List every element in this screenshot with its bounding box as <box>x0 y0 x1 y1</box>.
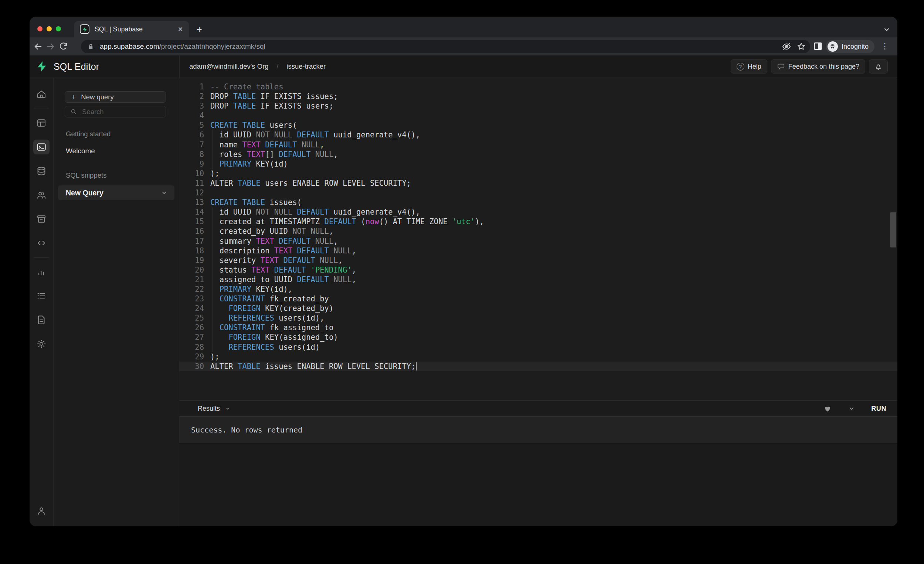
sidebar-item-api-docs[interactable] <box>33 313 50 327</box>
code-line[interactable]: 2DROP TABLE IF EXISTS issues; <box>179 91 897 101</box>
sidebar-item-new-query[interactable]: New Query <box>58 186 174 200</box>
editor-scrollbar[interactable] <box>890 212 896 247</box>
code-line[interactable]: 25 REFERENCES users(id), <box>179 313 897 323</box>
sql-editor-main: 1-- Create tables2DROP TABLE IF EXISTS i… <box>179 78 897 526</box>
search-input[interactable]: Search <box>64 106 166 117</box>
code-line[interactable]: 5CREATE TABLE users( <box>179 120 897 130</box>
run-options-chevron-icon[interactable] <box>848 404 856 413</box>
code-line[interactable]: 28 REFERENCES users(id) <box>179 343 897 352</box>
code-line[interactable]: 13CREATE TABLE issues( <box>179 197 897 207</box>
zoom-window-button[interactable] <box>56 26 61 31</box>
code-text: -- Create tables <box>210 82 283 91</box>
feedback-button[interactable]: Feedback on this page? <box>771 60 865 73</box>
code-line[interactable]: 18 description TEXT DEFAULT NULL, <box>179 246 897 256</box>
code-line[interactable]: 26 CONSTRAINT fk_assigned_to <box>179 323 897 332</box>
bookmark-star-icon[interactable] <box>796 41 807 52</box>
breadcrumb-org[interactable]: adam@windmill.dev's Org <box>189 63 269 70</box>
code-line[interactable]: 21 assigned_to UUID DEFAULT NULL, <box>179 275 897 284</box>
notifications-button[interactable] <box>869 60 888 73</box>
line-number: 12 <box>179 188 204 197</box>
line-number: 5 <box>179 120 204 130</box>
sidebar-item-home[interactable] <box>33 87 50 102</box>
code-line[interactable]: 29); <box>179 352 897 362</box>
run-button[interactable]: RUN <box>871 405 886 413</box>
browser-tab[interactable]: SQL | Supabase ✕ <box>74 21 189 37</box>
code-line[interactable]: 4 <box>179 111 897 120</box>
sidebar-item-edge-functions[interactable] <box>33 236 50 250</box>
forward-icon[interactable] <box>44 40 57 53</box>
line-number: 11 <box>179 178 204 188</box>
code-text: PRIMARY KEY(id) <box>210 159 288 169</box>
section-getting-started: Getting started <box>66 130 179 138</box>
breadcrumb-project[interactable]: issue-tracker <box>286 63 326 70</box>
new-tab-button[interactable]: + <box>193 23 205 35</box>
line-number: 19 <box>179 256 204 265</box>
help-button[interactable]: ? Help <box>731 60 767 73</box>
minimize-window-button[interactable] <box>46 26 52 31</box>
line-number: 14 <box>179 207 204 217</box>
code-line[interactable]: 10); <box>179 169 897 178</box>
speech-bubble-icon <box>777 63 785 70</box>
code-text: PRIMARY KEY(id), <box>210 284 292 294</box>
code-line[interactable]: 7 name TEXT DEFAULT NULL, <box>179 140 897 150</box>
code-line[interactable]: 17 summary TEXT DEFAULT NULL, <box>179 236 897 246</box>
sidebar-item-account[interactable] <box>33 503 50 518</box>
sidebar-item-authentication[interactable] <box>33 188 50 202</box>
code-line[interactable]: 8 roles TEXT[] DEFAULT NULL, <box>179 150 897 159</box>
code-line[interactable]: 6 id UUID NOT NULL DEFAULT uuid_generate… <box>179 130 897 140</box>
code-line[interactable]: 16 created_by UUID NOT NULL, <box>179 226 897 236</box>
tab-search-chevron-icon[interactable] <box>882 25 891 34</box>
code-line[interactable]: 20 status TEXT DEFAULT 'PENDING', <box>179 265 897 275</box>
code-line[interactable]: 22 PRIMARY KEY(id), <box>179 284 897 294</box>
sidebar-item-reports[interactable] <box>33 265 50 279</box>
sidebar-item-table-editor[interactable] <box>33 115 50 130</box>
code-line[interactable]: 14 id UUID NOT NULL DEFAULT uuid_generat… <box>179 207 897 217</box>
logs-icon <box>36 290 47 301</box>
close-window-button[interactable] <box>38 26 42 31</box>
results-dropdown[interactable]: Results <box>198 405 231 413</box>
code-line[interactable]: 27 FOREIGN KEY(assigned_to) <box>179 332 897 342</box>
sidebar-item-storage[interactable] <box>33 212 50 226</box>
address-bar[interactable]: app.supabase.com/project/azahtnhqohyjerz… <box>81 40 810 53</box>
code-line[interactable]: 19 severity TEXT DEFAULT NULL, <box>179 256 897 265</box>
app-header: SQL Editor adam@windmill.dev's Org / iss… <box>30 55 897 78</box>
code-line[interactable]: 23 CONSTRAINT fk_created_by <box>179 294 897 304</box>
favorite-heart-icon[interactable] <box>823 404 832 413</box>
sidebar-item-welcome[interactable]: Welcome <box>66 147 179 155</box>
sidebar-item-sql-editor[interactable] <box>33 140 50 154</box>
storage-icon <box>36 214 47 224</box>
browser-toolbar: app.supabase.com/project/azahtnhqohyjerz… <box>30 37 897 55</box>
code-line[interactable]: 15 created_at TIMESTAMPTZ DEFAULT (now()… <box>179 217 897 226</box>
code-text: severity TEXT DEFAULT NULL, <box>210 256 343 265</box>
code-line[interactable]: 12 <box>179 188 897 197</box>
sidebar-item-logs[interactable] <box>33 289 50 303</box>
code-editor[interactable]: 1-- Create tables2DROP TABLE IF EXISTS i… <box>179 78 897 400</box>
line-number: 2 <box>179 91 204 101</box>
code-line[interactable]: 11ALTER TABLE users ENABLE ROW LEVEL SEC… <box>179 178 897 188</box>
password-hidden-icon[interactable] <box>782 41 792 52</box>
tab-close-icon[interactable]: ✕ <box>175 24 186 34</box>
back-icon[interactable] <box>32 40 44 53</box>
new-query-button[interactable]: + New query <box>64 91 166 103</box>
side-panel-icon[interactable] <box>812 40 824 52</box>
search-placeholder: Search <box>82 108 104 116</box>
url-text: app.supabase.com/project/azahtnhqohyjerz… <box>100 42 266 51</box>
sidebar-item-project-settings[interactable] <box>33 337 50 351</box>
line-number: 17 <box>179 236 204 246</box>
code-text: ); <box>210 169 219 178</box>
code-text: REFERENCES users(id) <box>210 343 320 352</box>
lock-icon <box>87 43 94 51</box>
breadcrumb-separator: / <box>277 63 279 70</box>
line-number: 23 <box>179 294 204 304</box>
code-line[interactable]: 3DROP TABLE IF EXISTS users; <box>179 101 897 111</box>
sidebar-item-database[interactable] <box>33 164 50 178</box>
code-line[interactable]: 30ALTER TABLE issues ENABLE ROW LEVEL SE… <box>179 362 897 371</box>
code-line[interactable]: 24 FOREIGN KEY(created_by) <box>179 304 897 313</box>
authentication-icon <box>36 190 47 200</box>
code-line[interactable]: 1-- Create tables <box>179 82 897 91</box>
reload-icon[interactable] <box>57 40 69 53</box>
code-line[interactable]: 9 PRIMARY KEY(id) <box>179 159 897 169</box>
chevron-down-icon[interactable] <box>160 189 168 196</box>
supabase-logo-icon[interactable] <box>30 61 54 72</box>
browser-menu-icon[interactable]: ⋮ <box>880 41 890 51</box>
